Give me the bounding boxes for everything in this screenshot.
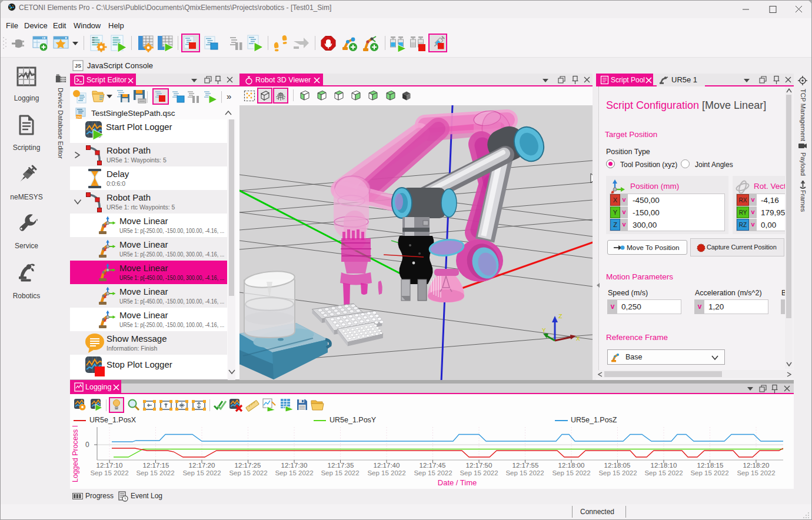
svg-text:JS: JS: [75, 63, 81, 69]
svg-text:Y: Y: [542, 327, 546, 334]
svg-text:Z: Z: [558, 313, 563, 320]
svg-text:X: X: [576, 335, 580, 342]
svg-text:Logged Process I: Logged Process I: [71, 425, 79, 482]
svg-text:QSC: QSC: [76, 115, 82, 119]
